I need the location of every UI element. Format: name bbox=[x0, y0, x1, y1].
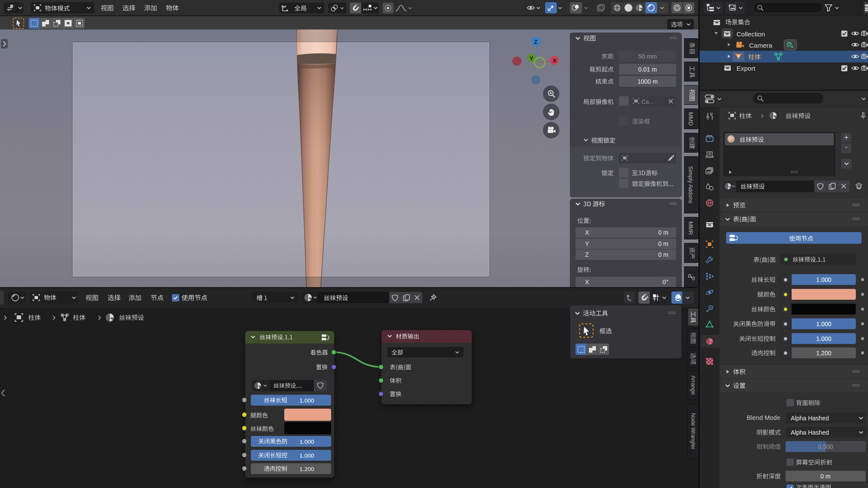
svg-text:Y: Y bbox=[529, 55, 533, 62]
svg-text:X: X bbox=[552, 57, 556, 64]
svg-text:Z: Z bbox=[534, 39, 538, 45]
